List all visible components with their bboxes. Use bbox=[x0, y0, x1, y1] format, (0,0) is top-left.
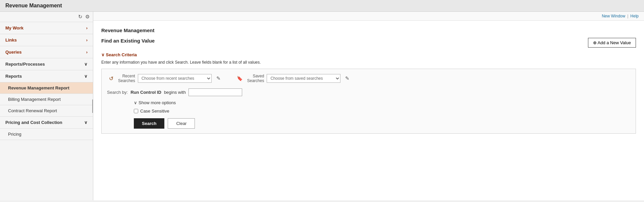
sidebar-item-links-label: Links bbox=[5, 38, 17, 43]
sidebar-item-links-arrow: › bbox=[86, 38, 88, 43]
sidebar-item-queries[interactable]: Queries › bbox=[0, 46, 93, 58]
recent-searches-icon: ↺ bbox=[109, 75, 113, 82]
search-field-name: Run Control ID bbox=[130, 90, 161, 95]
show-more-chevron: ∨ bbox=[134, 100, 137, 105]
settings-icon[interactable]: ⚙ bbox=[85, 14, 90, 20]
content-body: Revenue Management ⊕ Add a New Value Fin… bbox=[93, 21, 644, 140]
sidebar-section-pricing-label: Pricing and Cost Collection bbox=[5, 120, 62, 125]
content-area: New Window | Help Revenue Management ⊕ A… bbox=[93, 12, 644, 200]
recent-searches-label: Recent Searches bbox=[118, 74, 135, 83]
sidebar-section-reports-processes-arrow: ∨ bbox=[84, 62, 88, 67]
saved-searches-icon: 🔖 bbox=[237, 76, 243, 81]
module-title: Revenue Management bbox=[101, 27, 636, 33]
search-box: ↺ Recent Searches Choose from recent sea… bbox=[101, 69, 636, 134]
sidebar-section-reports-processes[interactable]: Reports/Processes ∨ bbox=[0, 58, 93, 70]
new-window-link[interactable]: New Window bbox=[602, 14, 625, 18]
sidebar: ↻ ⚙ My Work › Links › Queries › Reports/… bbox=[0, 12, 93, 200]
search-value-input[interactable] bbox=[189, 88, 242, 96]
show-more-label: Show more options bbox=[139, 100, 176, 105]
sidebar-icon-bar: ↻ ⚙ bbox=[0, 12, 93, 22]
show-more-options-toggle[interactable]: ∨ Show more options bbox=[134, 100, 630, 105]
case-sensitive-checkbox[interactable] bbox=[134, 109, 138, 113]
sidebar-item-contract-renewal-report-label: Contract Renewal Report bbox=[8, 108, 57, 113]
sidebar-section-pricing-arrow: ∨ bbox=[84, 120, 88, 125]
sidebar-item-my-work-label: My Work bbox=[5, 25, 23, 30]
sidebar-item-my-work[interactable]: My Work › bbox=[0, 22, 93, 34]
top-bar: Revenue Management bbox=[0, 0, 644, 12]
sidebar-item-queries-arrow: › bbox=[86, 50, 88, 55]
sidebar-item-revenue-management-report-label: Revenue Management Report bbox=[8, 85, 69, 90]
search-criteria-toggle[interactable]: ∨ Search Criteria bbox=[101, 52, 636, 57]
search-by-label: Search by: bbox=[107, 90, 128, 95]
sidebar-item-queries-label: Queries bbox=[5, 50, 21, 55]
search-button[interactable]: Search bbox=[134, 118, 164, 129]
sidebar-item-pricing-label: Pricing bbox=[8, 132, 21, 137]
saved-searches-label: Saved Searches bbox=[247, 74, 264, 83]
clear-button[interactable]: Clear bbox=[168, 118, 195, 129]
refresh-icon[interactable]: ↻ bbox=[78, 14, 83, 20]
sidebar-item-contract-renewal-report[interactable]: Contract Renewal Report bbox=[0, 105, 93, 117]
case-sensitive-label[interactable]: Case Sensitive bbox=[140, 109, 169, 114]
sidebar-section-pricing[interactable]: Pricing and Cost Collection ∨ bbox=[0, 117, 93, 129]
sidebar-section-reports[interactable]: Reports ∨ bbox=[0, 70, 93, 82]
page-title-row: ⊕ Add a New Value Find an Existing Value bbox=[101, 38, 636, 48]
saved-searches-edit-icon[interactable]: ✎ bbox=[345, 75, 350, 81]
search-operator: begins with bbox=[164, 90, 186, 95]
sidebar-section-reports-processes-label: Reports/Processes bbox=[5, 62, 45, 67]
sidebar-section-reports-label: Reports bbox=[5, 74, 22, 79]
sidebar-item-links[interactable]: Links › bbox=[0, 34, 93, 46]
top-links-separator: | bbox=[627, 14, 628, 18]
case-sensitive-row: Case Sensitive bbox=[134, 109, 630, 114]
app-title: Revenue Management bbox=[5, 3, 62, 9]
content-top-links: New Window | Help bbox=[93, 12, 644, 21]
help-link[interactable]: Help bbox=[630, 14, 639, 18]
search-by-row: Search by: Run Control ID begins with bbox=[107, 88, 630, 96]
sidebar-collapse-handle[interactable]: ◀ bbox=[92, 99, 93, 113]
sidebar-item-revenue-management-report[interactable]: Revenue Management Report bbox=[0, 82, 93, 94]
sidebar-item-pricing[interactable]: Pricing bbox=[0, 129, 93, 140]
add-new-value-button[interactable]: ⊕ Add a New Value bbox=[588, 38, 636, 48]
action-buttons: Search Clear bbox=[134, 118, 630, 129]
sidebar-section-reports-arrow: ∨ bbox=[84, 74, 88, 79]
recent-saved-row: ↺ Recent Searches Choose from recent sea… bbox=[107, 74, 630, 83]
recent-searches-select[interactable]: Choose from recent searches bbox=[138, 74, 212, 83]
saved-searches-select[interactable]: Choose from saved searches bbox=[267, 74, 340, 83]
search-criteria-hint: Enter any information you have and click… bbox=[101, 60, 636, 65]
main-layout: ↻ ⚙ My Work › Links › Queries › Reports/… bbox=[0, 12, 644, 200]
page-title: Find an Existing Value bbox=[101, 38, 636, 44]
recent-searches-edit-icon[interactable]: ✎ bbox=[216, 75, 221, 81]
sidebar-item-billing-management-report-label: Billing Management Report bbox=[8, 97, 61, 102]
sidebar-item-my-work-arrow: › bbox=[86, 25, 88, 30]
sidebar-item-billing-management-report[interactable]: Billing Management Report bbox=[0, 94, 93, 105]
